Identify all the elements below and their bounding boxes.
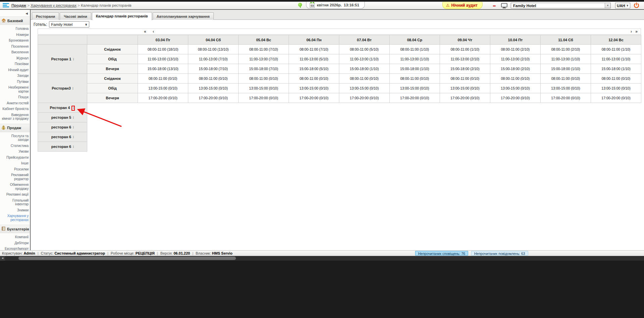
sidebar-item[interactable]: Прейскуранти xyxy=(0,155,30,161)
chevron-down-icon[interactable]: ▼ xyxy=(605,3,610,8)
plan-slot-cell[interactable]: 08:00-11:00 (0/10) xyxy=(289,74,339,84)
hotel-combobox[interactable]: Family Hotel ▼ xyxy=(511,3,611,8)
plan-slot-cell[interactable]: 08:00-11:00 (5/10) xyxy=(339,45,390,54)
plan-slot-cell[interactable]: 15:00-18:00 (1/10) xyxy=(339,64,390,74)
plan-slot-cell[interactable]: 11:00-13:00 (1/10) xyxy=(541,54,591,64)
plan-slot-cell[interactable]: 15:00-18:00 (2/10) xyxy=(490,64,541,74)
sidebar-item[interactable]: Обмеження продажу xyxy=(0,182,30,192)
tab-item[interactable]: Часові зміни xyxy=(60,12,91,20)
plan-slot-cell[interactable]: 17:00-20:00 (0/10) xyxy=(339,93,390,103)
plan-slot-cell[interactable]: 17:00-20:00 (0/10) xyxy=(289,93,339,103)
plan-slot-cell[interactable]: 08:00-11:00 (0/10) xyxy=(591,74,641,84)
plan-slot-cell[interactable]: 15:00-18:00 (7/10) xyxy=(188,64,239,74)
plan-slot-cell[interactable]: 17:00-20:00 (0/10) xyxy=(440,93,490,103)
page-last-button[interactable]: » xyxy=(635,29,638,34)
row-menu-icon[interactable]: ⁞ xyxy=(72,87,73,90)
breadcrumb-item[interactable]: Харчування у ресторанах xyxy=(31,3,77,7)
hotel-filter-select[interactable]: Family Hotel ∨ xyxy=(49,21,89,28)
plan-slot-cell[interactable]: 08:00-11:00 (0/10) xyxy=(541,74,591,84)
plan-slot-cell[interactable]: 13:00-15:00 (0/10) xyxy=(289,84,339,93)
sidebar-item[interactable]: Рекламні акції xyxy=(0,192,30,198)
page-next-button[interactable]: › xyxy=(631,29,632,34)
plan-slot-cell[interactable]: 13:00-15:00 (0/10) xyxy=(490,84,541,93)
plan-slot-cell[interactable]: 17:00-20:00 (0/10) xyxy=(239,93,289,103)
plan-slot-cell[interactable]: 11:00-13:00 (5/10) xyxy=(289,54,339,64)
plan-slot-cell[interactable]: 13:00-15:00 (0/10) xyxy=(239,84,289,93)
sidebar-item[interactable]: Розсилки xyxy=(0,166,30,172)
restaurant-name-cell[interactable]: ресторан 5⁞ xyxy=(38,113,87,122)
sidebar-item[interactable]: Статистика xyxy=(0,143,30,149)
currency-select[interactable]: UAH ∨ xyxy=(615,3,630,8)
sidebar-item[interactable]: Послуги та заходи xyxy=(0,133,30,143)
unread-alerts-badge[interactable]: Непрочитаних сповіщень: 76 xyxy=(415,251,468,256)
sidebar-item[interactable]: Умови xyxy=(0,149,30,155)
plan-slot-cell[interactable]: 11:00-13:00 (2/10) xyxy=(490,54,541,64)
row-menu-icon[interactable]: ⁞ xyxy=(73,136,73,139)
plan-slot-cell[interactable]: 11:00-13:00 (7/10) xyxy=(188,54,239,64)
plan-slot-cell[interactable]: 15:00-18:00 (1/10) xyxy=(591,64,641,74)
plan-slot-cell[interactable]: 13:00-15:00 (0/10) xyxy=(138,84,188,93)
plan-slot-cell[interactable]: 13:00-15:00 (0/10) xyxy=(541,84,591,93)
plan-slot-cell[interactable]: 13:00-15:00 (0/10) xyxy=(339,84,390,93)
plan-slot-cell[interactable]: 13:00-15:00 (0/10) xyxy=(390,84,440,93)
sidebar-item[interactable]: Пошук xyxy=(0,94,30,100)
plan-slot-cell[interactable]: 15:00-18:00 (2/10) xyxy=(440,64,490,74)
plan-slot-cell[interactable]: 08:00-11:00 (0/10) xyxy=(138,74,188,84)
sidebar-item[interactable]: Номери xyxy=(0,32,30,38)
sidebar-item[interactable]: Інше xyxy=(0,160,30,166)
sidebar-item[interactable]: Нічний аудит xyxy=(0,67,30,73)
plan-slot-cell[interactable]: 08:00-11:00 (1/10) xyxy=(440,45,490,54)
sidebar-item[interactable]: Анкети гостей xyxy=(0,100,30,106)
breadcrumb-item[interactable]: Продаж xyxy=(11,3,26,7)
plan-slot-cell[interactable]: 08:00-11:00 (1/10) xyxy=(390,45,440,54)
workstation-icon[interactable] xyxy=(501,3,507,10)
plan-slot-cell[interactable]: 11:00-13:00 (13/10) xyxy=(138,54,188,64)
sidebar-item[interactable]: Поселення xyxy=(0,44,30,50)
plan-slot-cell[interactable]: 17:00-20:00 (0/10) xyxy=(591,93,641,103)
page-first-button[interactable]: « xyxy=(144,29,146,34)
restaurant-name-cell[interactable]: Ресторан 1⁞ xyxy=(38,45,87,74)
row-menu-icon[interactable]: ⁞ xyxy=(73,116,73,119)
sidebar-item[interactable]: Готельний інвентар xyxy=(0,198,30,207)
plan-slot-cell[interactable]: 17:00-20:00 (0/10) xyxy=(188,93,239,103)
sidebar-item[interactable]: Бронювання xyxy=(0,38,30,44)
plan-slot-cell[interactable]: 15:00-18:00 (5/10) xyxy=(289,64,339,74)
sidebar-item[interactable]: Рекламний редактор xyxy=(0,172,30,182)
plan-slot-cell[interactable]: 17:00-20:00 (0/10) xyxy=(390,93,440,103)
swap-arrows-icon[interactable]: ◂▸ xyxy=(493,4,496,7)
plan-slot-cell[interactable]: 08:00-11:00 (0/10) xyxy=(390,74,440,84)
restaurant-name-cell[interactable]: Ресторан 4⁞ xyxy=(38,103,87,113)
restaurant-name-cell[interactable]: Ресторан3⁞ xyxy=(38,74,87,103)
sidebar-item[interactable]: Виселення xyxy=(0,49,30,55)
menu-icon[interactable] xyxy=(3,3,9,8)
plan-slot-cell[interactable]: 17:00-20:00 (0/10) xyxy=(490,93,541,103)
plan-slot-cell[interactable]: 08:00-11:00 (0/10) xyxy=(339,74,390,84)
plan-slot-cell[interactable]: 11:00-13:00 (1/10) xyxy=(390,54,440,64)
sidebar-item[interactable]: Харчування у ресторанах xyxy=(0,213,30,223)
sidebar-item[interactable]: Експорт/Імпорт рахунків xyxy=(0,246,30,250)
restaurant-name-cell[interactable]: ресторан 6⁞ xyxy=(38,132,87,142)
plan-slot-cell[interactable]: 08:00-11:00 (0/10) xyxy=(490,74,541,84)
page-prev-button[interactable]: ‹ xyxy=(153,29,154,34)
plan-slot-cell[interactable]: 08:00-11:00 (7/10) xyxy=(289,45,339,54)
plan-slot-cell[interactable]: 11:00-13:00 (7/10) xyxy=(239,54,289,64)
plan-slot-cell[interactable]: 17:00-20:00 (0/10) xyxy=(138,93,188,103)
plan-slot-cell[interactable]: 08:00-11:00 (2/10) xyxy=(490,45,541,54)
sidebar-item[interactable]: Журнал xyxy=(0,55,30,61)
horizontal-scrollbar[interactable]: ◄ xyxy=(0,256,644,261)
tab-item[interactable]: Автопланування харчування xyxy=(153,12,214,20)
plan-slot-cell[interactable]: 08:00-11:00 (1/10) xyxy=(591,45,641,54)
sidebar-item[interactable]: Заходи xyxy=(0,73,30,79)
plan-slot-cell[interactable]: 13:00-15:00 (0/10) xyxy=(188,84,239,93)
sidebar-item[interactable]: Кабінет броніста xyxy=(0,106,30,112)
scrollbar-thumb[interactable] xyxy=(18,257,236,260)
plan-slot-cell[interactable]: 08:00-11:00 (0/10) xyxy=(440,74,490,84)
row-menu-icon[interactable]: ⁞ xyxy=(73,126,73,129)
plan-slot-cell[interactable]: 08:00-11:00 (2/10) xyxy=(541,45,591,54)
restaurant-name-cell[interactable]: ресторан 6⁞ xyxy=(38,122,87,132)
plan-slot-cell[interactable]: 08:00-11:00 (0/10) xyxy=(188,74,239,84)
sidebar-item[interactable]: Знижки xyxy=(0,207,30,213)
notification-balloon-icon[interactable] xyxy=(298,3,302,8)
sidebar-section-Бухгалтерія[interactable]: Бухгалтерія xyxy=(0,225,30,233)
sidebar-collapse-icon[interactable]: ◀ xyxy=(0,10,30,16)
